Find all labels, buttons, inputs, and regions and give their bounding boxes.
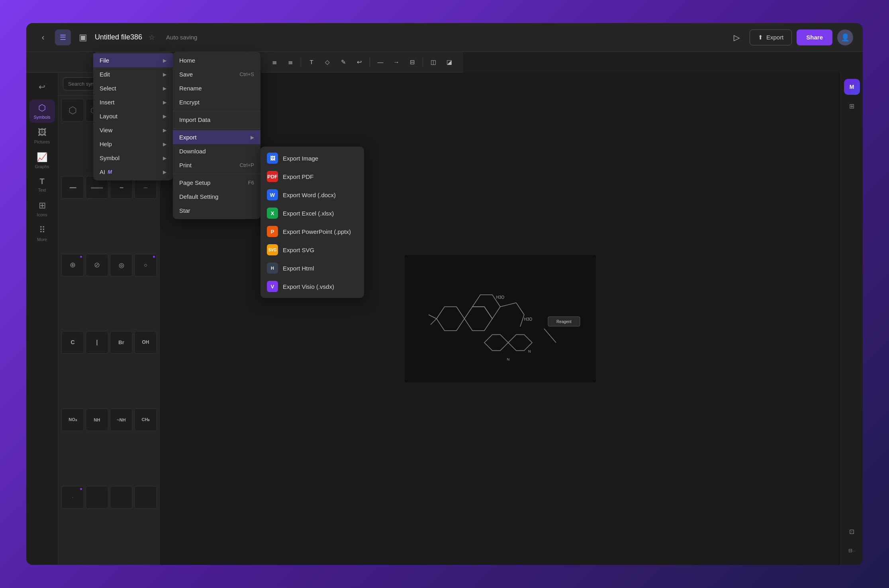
menu-item-help[interactable]: Help ▶ — [93, 137, 173, 151]
svg-marker-13 — [484, 335, 508, 351]
export-word-icon: W — [267, 189, 278, 200]
svg-marker-14 — [508, 335, 532, 351]
canvas-area[interactable]: H3O H3O Reagent N N — [160, 73, 840, 565]
symbol-cell[interactable]: ━━ — [61, 176, 84, 199]
menu-item-layout[interactable]: Layout ▶ — [93, 109, 173, 123]
submenu-item-encrypt[interactable]: Encrypt — [173, 95, 260, 109]
play-button[interactable]: ▷ — [729, 29, 745, 45]
doc-icon: ▣ — [76, 30, 90, 45]
export-item-html[interactable]: H Export Html — [260, 259, 364, 277]
export-html-icon: H — [267, 263, 278, 274]
sidebar-item-pictures[interactable]: 🖼 Pictures — [29, 124, 55, 147]
export-item-excel[interactable]: X Export Excel (.xlsx) — [260, 204, 364, 222]
symbol-cell[interactable]: C — [61, 331, 84, 354]
submenu-item-star[interactable]: Star — [173, 204, 260, 218]
symbol-cell[interactable] — [134, 486, 157, 509]
symbol-cell[interactable]: ⊕ — [61, 254, 84, 276]
arrow-icon: ▶ — [163, 169, 166, 175]
menu-item-file[interactable]: File ▶ — [93, 53, 173, 67]
export-item-visio[interactable]: V Export Visio (.vsdx) — [260, 277, 364, 296]
panel-left-button[interactable]: ◫ — [426, 55, 441, 69]
graphs-icon: 📈 — [37, 152, 47, 163]
share-button[interactable]: Share — [797, 29, 832, 45]
undo-button[interactable]: ↩ — [34, 79, 50, 95]
symbol-cell[interactable]: NO₂ — [61, 408, 84, 431]
ai-button[interactable]: M — [844, 79, 860, 95]
menu-item-select[interactable]: Select ▶ — [93, 81, 173, 95]
toolbar-divider-3 — [370, 57, 370, 67]
submenu-item-default-setting[interactable]: Default Setting — [173, 190, 260, 204]
submenu-item-page-setup[interactable]: Page Setup F6 — [173, 176, 260, 190]
menu-icon: ☰ — [60, 33, 66, 42]
menu-item-insert[interactable]: Insert ▶ — [93, 95, 173, 109]
symbol-cell[interactable] — [86, 486, 108, 509]
menu-button[interactable]: ☰ — [55, 29, 71, 45]
connector-button[interactable]: ↩ — [352, 55, 366, 69]
symbol-cell[interactable]: OH — [134, 331, 157, 354]
symbol-cell[interactable]: Br — [110, 331, 133, 354]
menu-item-ai[interactable]: AI M ▶ — [93, 165, 173, 179]
svg-line-3 — [500, 303, 516, 307]
ai-badge: M — [108, 169, 112, 175]
sidebar-item-graphs[interactable]: 📈 Graphs — [29, 149, 55, 172]
icons-icon: ⊞ — [39, 200, 46, 211]
menu-separator — [173, 128, 260, 129]
sidebar-item-text[interactable]: T Text — [29, 174, 55, 196]
shape-button[interactable]: ◇ — [320, 55, 335, 69]
frame-button[interactable]: ⊡ — [844, 523, 860, 539]
symbol-cell[interactable]: | — [86, 331, 108, 354]
symbol-cell[interactable]: NH — [86, 408, 108, 431]
svg-text:N: N — [507, 357, 510, 361]
shortcut-page-setup: F6 — [248, 180, 254, 186]
export-item-image[interactable]: 🖼 Export Image — [260, 149, 364, 167]
submenu-item-print[interactable]: Print Ctrl+P — [173, 158, 260, 172]
svg-text:Reagent: Reagent — [556, 319, 572, 324]
grid-button[interactable]: ⊞ — [844, 98, 860, 114]
submenu-item-import-data[interactable]: Import Data — [173, 113, 260, 127]
avatar[interactable]: 👤 — [837, 29, 853, 45]
symbol-cell[interactable]: ◎ — [110, 254, 133, 276]
sidebar-item-symbols[interactable]: ⬡ Symbols — [29, 100, 55, 123]
menu-item-edit[interactable]: Edit ▶ — [93, 67, 173, 81]
symbol-cell[interactable]: CH₃ — [134, 408, 157, 431]
align2-button[interactable]: ≣ — [267, 55, 282, 69]
arrow-style-button[interactable]: → — [389, 55, 403, 69]
export-icon: ⬆ — [758, 34, 763, 41]
export-item-word[interactable]: W Export Word (.docx) — [260, 186, 364, 204]
panel-right-button[interactable]: ◪ — [442, 55, 456, 69]
export-item-ppt[interactable]: P Export PowerPoint (.pptx) — [260, 222, 364, 241]
back-button[interactable]: ‹ — [36, 30, 50, 45]
symbol-cell[interactable]: ~NH — [110, 408, 133, 431]
export-item-pdf[interactable]: PDF Export PDF — [260, 167, 364, 186]
menu-item-view[interactable]: View ▶ — [93, 123, 173, 137]
symbol-cell[interactable]: ○ — [134, 254, 157, 276]
spacing-button[interactable]: ≣ — [283, 55, 298, 69]
auto-saving-label: Auto saving — [166, 34, 197, 41]
app-window: ‹ ☰ ▣ Untitled file386 ☆ Auto saving ▷ ⬆… — [26, 23, 863, 565]
symbol-cell[interactable]: ⬡ — [61, 99, 84, 122]
sidebar-item-symbols-label: Symbols — [33, 115, 50, 120]
symbol-cell[interactable]: · — [61, 486, 84, 509]
submenu-item-export[interactable]: Export ▶ — [173, 130, 260, 144]
symbol-cell[interactable]: ⊘ — [86, 254, 108, 276]
arrow-icon: ▶ — [163, 141, 166, 147]
symbol-cell[interactable] — [110, 486, 133, 509]
zoom-button[interactable]: ⊟— — [844, 543, 860, 559]
submenu-item-home[interactable]: Home — [173, 53, 260, 67]
pen-button[interactable]: ✎ — [336, 55, 351, 69]
submenu-item-save[interactable]: Save Ctrl+S — [173, 67, 260, 81]
submenu-item-download[interactable]: Download — [173, 144, 260, 158]
arrow-icon: ▶ — [163, 58, 166, 63]
right-toolbar: M ⊞ ⊡ ⊟— — [840, 73, 863, 565]
menu-item-symbol[interactable]: Symbol ▶ — [93, 151, 173, 165]
border-button[interactable]: ⊟ — [405, 55, 419, 69]
sidebar-item-icons[interactable]: ⊞ Icons — [29, 197, 55, 220]
line-style-button[interactable]: — — [373, 55, 388, 69]
export-item-svg[interactable]: SVG Export SVG — [260, 241, 364, 259]
pictures-icon: 🖼 — [38, 127, 47, 138]
text-button[interactable]: T — [304, 55, 319, 69]
sidebar-item-more[interactable]: ⠿ More — [29, 222, 55, 245]
export-button[interactable]: ⬆ Export — [750, 29, 792, 45]
star-icon[interactable]: ☆ — [149, 33, 155, 42]
submenu-item-rename[interactable]: Rename — [173, 81, 260, 95]
